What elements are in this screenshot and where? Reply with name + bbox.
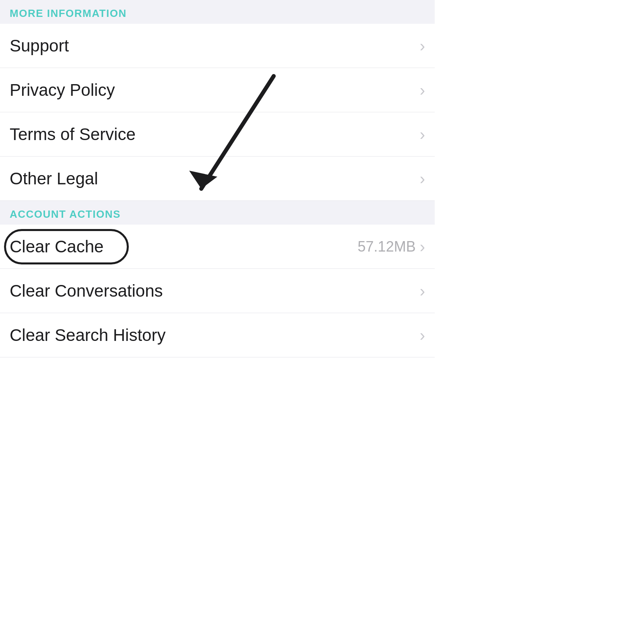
clear-cache-chevron-icon: › — [420, 239, 425, 255]
more-information-title: MORE INFORMATION — [10, 7, 127, 19]
settings-page: MORE INFORMATION Support › Privacy Polic… — [0, 0, 435, 357]
clear-search-history-chevron-icon: › — [420, 327, 425, 343]
clear-search-history-label: Clear Search History — [10, 326, 165, 345]
other-legal-label: Other Legal — [10, 169, 98, 188]
terms-of-service-right: › — [420, 126, 425, 142]
clear-cache-value: 57.12MB — [358, 238, 416, 255]
support-label: Support — [10, 36, 69, 56]
support-item[interactable]: Support › — [0, 24, 435, 68]
clear-cache-right: 57.12MB › — [358, 238, 425, 255]
other-legal-right: › — [420, 171, 425, 187]
other-legal-chevron-icon: › — [420, 171, 425, 187]
privacy-policy-label: Privacy Policy — [10, 80, 115, 100]
support-chevron-icon: › — [420, 38, 425, 54]
other-legal-item[interactable]: Other Legal › — [0, 157, 435, 201]
more-information-section: MORE INFORMATION Support › Privacy Polic… — [0, 0, 435, 201]
clear-cache-label: Clear Cache — [10, 237, 103, 256]
privacy-policy-chevron-icon: › — [420, 82, 425, 98]
terms-of-service-item[interactable]: Terms of Service › — [0, 112, 435, 157]
clear-conversations-right: › — [420, 283, 425, 299]
account-actions-header: ACCOUNT ACTIONS — [0, 201, 435, 225]
clear-conversations-chevron-icon: › — [420, 283, 425, 299]
clear-conversations-label: Clear Conversations — [10, 281, 163, 301]
privacy-policy-item[interactable]: Privacy Policy › — [0, 68, 435, 112]
more-information-header: MORE INFORMATION — [0, 0, 435, 24]
clear-cache-item[interactable]: Clear Cache 57.12MB › — [0, 225, 435, 269]
account-actions-section: ACCOUNT ACTIONS Clear Cache 57.12MB › Cl… — [0, 201, 435, 357]
clear-conversations-item[interactable]: Clear Conversations › — [0, 269, 435, 313]
privacy-policy-right: › — [420, 82, 425, 98]
clear-search-history-item[interactable]: Clear Search History › — [0, 313, 435, 357]
account-actions-title: ACCOUNT ACTIONS — [10, 208, 121, 220]
terms-of-service-chevron-icon: › — [420, 126, 425, 142]
terms-of-service-label: Terms of Service — [10, 125, 136, 144]
support-right: › — [420, 38, 425, 54]
clear-search-history-right: › — [420, 327, 425, 343]
